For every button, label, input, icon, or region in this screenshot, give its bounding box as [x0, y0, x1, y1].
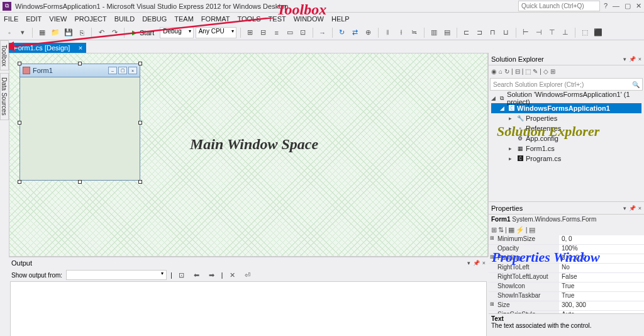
- home-icon[interactable]: ◉: [491, 68, 497, 75]
- prop-value[interactable]: 100%: [559, 245, 644, 254]
- nav-back-icon[interactable]: ◦: [4, 27, 15, 38]
- align-icon[interactable]: ≒: [409, 27, 420, 38]
- prop-value[interactable]: 0, 0: [559, 235, 644, 244]
- start-button[interactable]: ▶ Start: [128, 27, 158, 38]
- minimize-icon[interactable]: —: [613, 2, 619, 10]
- show-all-icon[interactable]: ⬚: [525, 68, 531, 75]
- prop-name[interactable]: Padding: [489, 254, 559, 263]
- new-project-icon[interactable]: ▦: [36, 27, 48, 38]
- menu-team[interactable]: TEAM: [174, 15, 194, 23]
- order-icon[interactable]: ⬛: [592, 27, 604, 38]
- help-icon[interactable]: ?: [604, 2, 608, 10]
- pin-icon[interactable]: 📌: [629, 205, 636, 211]
- prop-value[interactable]: True: [559, 283, 644, 291]
- menu-project[interactable]: PROJECT: [74, 15, 106, 23]
- menu-test[interactable]: TEST: [269, 15, 286, 23]
- platform-dropdown[interactable]: Any CPU: [196, 27, 236, 38]
- tree-node-properties[interactable]: ▸🔧Properties: [491, 113, 641, 123]
- tb-icon[interactable]: ≡: [271, 27, 282, 38]
- menu-file[interactable]: FILE: [4, 15, 18, 23]
- prop-name[interactable]: RightToLeft: [489, 264, 559, 272]
- wrap-icon[interactable]: ⏎: [242, 269, 253, 281]
- sidebar-data-sources[interactable]: Data Sources: [0, 73, 9, 120]
- spacing-icon[interactable]: ⊔: [501, 27, 512, 38]
- props-icon[interactable]: ▦: [508, 226, 514, 234]
- properties-object[interactable]: Form1 System.Windows.Forms.Form: [489, 215, 644, 224]
- menu-format[interactable]: FORMAT: [201, 15, 230, 23]
- tree-node-form1[interactable]: ▸▦Form1.cs: [491, 143, 641, 154]
- prop-pages-icon[interactable]: ▤: [529, 226, 535, 234]
- home-icon[interactable]: ⌂: [499, 68, 502, 75]
- nav-fwd-icon[interactable]: ▾: [17, 27, 28, 38]
- align-icon[interactable]: ⫲: [396, 27, 407, 38]
- collapse-icon[interactable]: ⊟: [515, 68, 520, 75]
- prop-name[interactable]: ShowIcon: [489, 283, 559, 291]
- refresh-icon[interactable]: ↻: [504, 68, 509, 75]
- alphabetical-icon[interactable]: ⇅: [498, 226, 504, 234]
- prop-value[interactable]: True: [559, 292, 644, 301]
- tree-node-appconfig[interactable]: ⚙App.config: [491, 133, 641, 143]
- pin-icon[interactable]: 📌: [629, 56, 636, 62]
- save-icon[interactable]: 💾: [63, 27, 74, 38]
- tb-icon[interactable]: ⊞: [245, 27, 256, 38]
- menu-window[interactable]: WINDOW: [294, 15, 324, 23]
- maximize-icon[interactable]: ▢: [625, 2, 631, 10]
- quick-launch-input[interactable]: [518, 1, 600, 11]
- menu-build[interactable]: BUILD: [114, 15, 135, 23]
- dropdown-icon[interactable]: ▾: [623, 56, 626, 62]
- save-all-icon[interactable]: ⎘: [76, 27, 87, 38]
- tab-close-icon[interactable]: ×: [79, 44, 82, 52]
- sidebar-toolbox[interactable]: Toolbox: [0, 40, 9, 70]
- undo-icon[interactable]: ↶: [96, 27, 107, 38]
- open-icon[interactable]: 📁: [50, 27, 61, 38]
- properties-grid[interactable]: MinimumSize0, 0Opacity100%Padding0, 0, 0…: [489, 235, 644, 313]
- se-search-input[interactable]: Search Solution Explorer (Ctrl+;) 🔍: [490, 78, 643, 91]
- menu-edit[interactable]: EDIT: [26, 15, 42, 23]
- center-icon[interactable]: ⊤: [547, 27, 558, 38]
- step-icon[interactable]: →: [317, 27, 328, 38]
- sync-icon[interactable]: ⇄: [350, 27, 361, 38]
- tb-icon[interactable]: ⊕: [363, 27, 374, 38]
- tb-icon[interactable]: ▭: [284, 27, 296, 38]
- pin-icon[interactable]: 📌: [473, 260, 480, 266]
- align-icon[interactable]: ⫴: [382, 27, 394, 38]
- prop-value[interactable]: 300, 300: [559, 301, 644, 310]
- tb-icon[interactable]: ⊡: [297, 27, 309, 38]
- form1-design-surface[interactable]: Form1 – ▢ ×: [19, 64, 140, 182]
- tree-node-program[interactable]: ▸🅲Program.cs: [491, 154, 641, 164]
- center-icon[interactable]: ⊣: [533, 27, 545, 38]
- prev-icon[interactable]: ⬅: [191, 269, 203, 281]
- center-icon[interactable]: ⊥: [560, 27, 571, 38]
- spacing-icon[interactable]: ⊐: [474, 27, 486, 38]
- prop-name[interactable]: MinimumSize: [489, 235, 559, 244]
- tree-node-references[interactable]: ▸▫References: [491, 123, 641, 133]
- form-designer[interactable]: Form1 – ▢ ×: [9, 53, 488, 257]
- prop-value[interactable]: No: [559, 264, 644, 272]
- center-icon[interactable]: ⊢: [520, 27, 531, 38]
- refresh-icon[interactable]: ↻: [336, 27, 348, 38]
- form-client-area[interactable]: [19, 77, 140, 181]
- menu-tools[interactable]: TOOLS: [237, 15, 260, 23]
- close-icon[interactable]: ✕: [636, 2, 641, 10]
- prop-value[interactable]: 0, 0, 0, 0: [559, 254, 644, 263]
- menu-help[interactable]: HELP: [331, 15, 350, 23]
- next-icon[interactable]: ➡: [206, 269, 218, 281]
- categorized-icon[interactable]: ⊞: [491, 226, 497, 234]
- close-icon[interactable]: ×: [638, 56, 641, 62]
- dropdown-icon[interactable]: ▾: [467, 260, 470, 266]
- close-icon[interactable]: ×: [482, 260, 486, 266]
- prop-name[interactable]: ShowInTaskbar: [489, 292, 559, 301]
- redo-icon[interactable]: ↷: [109, 27, 120, 38]
- dropdown-icon[interactable]: ▾: [623, 205, 626, 211]
- tab-form1-design[interactable]: Form1.cs [Design] ×: [9, 43, 86, 53]
- prop-name[interactable]: RightToLeftLayout: [489, 273, 559, 282]
- view-icon[interactable]: ⊞: [550, 68, 555, 75]
- spacing-icon[interactable]: ⊏: [461, 27, 472, 38]
- config-dropdown[interactable]: Debug: [160, 27, 193, 38]
- prop-value[interactable]: False: [559, 273, 644, 282]
- menu-view[interactable]: VIEW: [49, 15, 67, 23]
- output-source-dropdown[interactable]: [66, 270, 167, 280]
- menu-debug[interactable]: DEBUG: [142, 15, 167, 23]
- clear-icon[interactable]: ✕: [226, 269, 238, 281]
- layout-icon[interactable]: ▤: [441, 27, 453, 38]
